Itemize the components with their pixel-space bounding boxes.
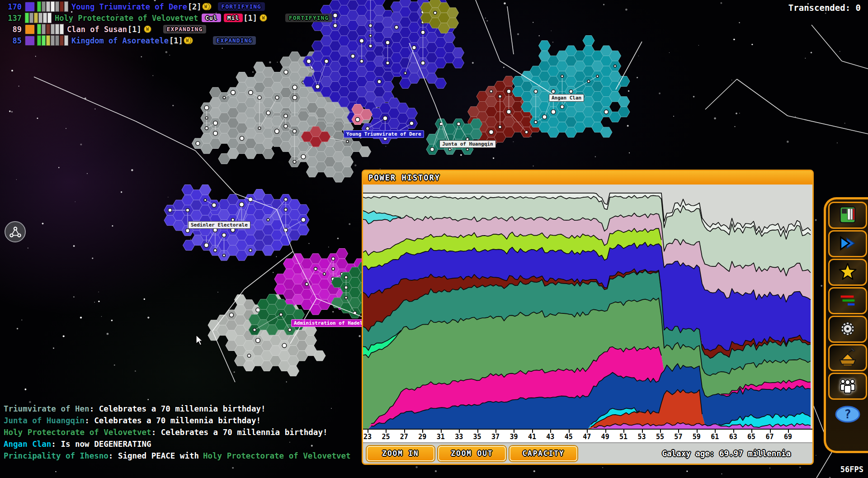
status-badge: Cul xyxy=(202,14,221,22)
axis-tick xyxy=(678,430,679,433)
news-separator: : xyxy=(51,440,61,449)
news-line: Principality of Ihesno: Signed PEACE wit… xyxy=(4,451,351,463)
panel-header: POWER HISTORY xyxy=(363,171,812,185)
sandbox-button[interactable] xyxy=(828,344,867,371)
star-button[interactable] xyxy=(828,259,867,286)
axis-tick-label: 31 xyxy=(433,433,449,441)
settings-button[interactable] xyxy=(828,316,867,343)
stats-button[interactable] xyxy=(828,287,867,314)
axis-tick-label: 43 xyxy=(542,433,558,441)
leaderboard-row[interactable]: 137Holy Protectorate of VelovetvetCulMil… xyxy=(2,12,332,24)
axis-tick xyxy=(751,430,752,433)
network-widget[interactable] xyxy=(5,221,26,242)
axis-tick-label: 59 xyxy=(689,433,705,441)
axis-tick-label: 63 xyxy=(725,433,741,441)
axis-tick xyxy=(495,430,496,433)
empire-name: Clan of Susan xyxy=(67,25,127,34)
axis-tick-label: 49 xyxy=(597,433,613,441)
chart-x-axis: 2325272931333537394143454749515355575961… xyxy=(363,429,812,442)
news-line: Angan Clan: Is now DEGENERATING xyxy=(4,440,351,451)
axis-tick xyxy=(605,430,606,433)
empire-name: Kingdom of Asoreatele xyxy=(71,36,169,45)
axis-tick-label: 47 xyxy=(579,433,595,441)
axis-tick-label: 51 xyxy=(615,433,632,441)
empire-map-label[interactable]: Angan Clan xyxy=(549,94,584,102)
population-icon xyxy=(837,375,858,398)
capacity-button[interactable]: CAPACITY xyxy=(509,446,577,461)
zoom-out-button[interactable]: ZOOM OUT xyxy=(438,446,506,461)
news-empire-name[interactable]: Angan Clan xyxy=(4,440,51,449)
axis-tick-label: 69 xyxy=(780,433,796,441)
svg-text:?: ? xyxy=(844,407,851,421)
empire-rank-bracket: [1] xyxy=(127,25,142,34)
news-separator: : xyxy=(108,451,118,460)
game-root: Young Triumvirate of DereJunta of Huangq… xyxy=(0,0,868,478)
axis-tick-label: 37 xyxy=(487,433,504,441)
axis-tick xyxy=(715,430,716,433)
transcended-counter: Transcended: 0 xyxy=(788,3,861,13)
empire-history-bars xyxy=(37,1,68,12)
empire-name: Holy Protectorate of Velovetvet xyxy=(55,14,198,23)
empire-color-swatch xyxy=(25,24,35,34)
news-text: Celebrates a 70 millennia birthday! xyxy=(161,428,328,437)
war-coin-icon: WW xyxy=(204,3,212,10)
network-icon xyxy=(8,225,23,239)
stats-bars-icon xyxy=(837,290,858,312)
power-history-chart[interactable] xyxy=(363,185,812,429)
news-line: Junta of Huangqin: Celebrates a 70 mille… xyxy=(4,416,351,428)
axis-tick xyxy=(660,430,661,433)
news-empire-name[interactable]: Holy Protectorate of Velovetvet xyxy=(203,451,351,460)
axis-tick-label: 57 xyxy=(670,433,686,441)
empire-score: 170 xyxy=(2,2,22,11)
empire-map-label[interactable]: Sedinler Electorale xyxy=(188,221,250,229)
zoom-in-button[interactable]: ZOOM IN xyxy=(367,446,434,461)
empire-rank-bracket: [1] xyxy=(169,36,183,45)
axis-tick xyxy=(532,430,533,433)
panel-title: POWER HISTORY xyxy=(363,173,440,182)
mouse-cursor xyxy=(196,335,206,346)
gear-icon xyxy=(837,318,858,341)
news-empire-name[interactable]: Junta of Huangqin xyxy=(4,416,85,425)
fast-forward-button[interactable] xyxy=(828,230,867,257)
axis-tick xyxy=(441,430,442,433)
war-coin-icon: W xyxy=(259,14,267,22)
empire-score: 89 xyxy=(2,25,22,34)
star-icon xyxy=(837,261,858,284)
news-empire-name[interactable]: Principality of Ihesno xyxy=(4,451,108,460)
news-separator: : xyxy=(85,416,94,425)
axis-tick xyxy=(550,430,551,433)
empire-leaderboard: 170Young Triumvirate of Dere[2]WWFORTIFY… xyxy=(2,1,332,46)
empire-color-swatch xyxy=(25,36,35,46)
axis-tick-label: 61 xyxy=(707,433,723,441)
status-badge: FORTIFYING xyxy=(218,2,265,11)
axis-tick-label: 27 xyxy=(396,433,412,441)
axis-tick-label: 65 xyxy=(743,433,760,441)
population-button[interactable] xyxy=(828,373,867,400)
news-empire-name[interactable]: Triumvirate of Hen xyxy=(4,404,90,413)
axis-tick xyxy=(587,430,588,433)
axis-tick xyxy=(733,430,734,433)
news-text: Celebrates a 70 millennia birthday! xyxy=(99,404,266,413)
axis-tick-label: 33 xyxy=(451,433,467,441)
save-button[interactable] xyxy=(828,202,867,229)
help-button[interactable]: ? xyxy=(828,401,867,428)
news-line: Triumvirate of Hen: Celebrates a 70 mill… xyxy=(4,404,351,416)
news-line: Holy Protectorate of Velovetvet: Celebra… xyxy=(4,428,351,440)
news-separator: : xyxy=(90,404,99,413)
axis-tick xyxy=(422,430,423,433)
save-icon xyxy=(838,205,858,226)
axis-tick xyxy=(569,430,570,433)
axis-tick-label: 35 xyxy=(469,433,486,441)
news-text: Celebrates a 70 millennia birthday! xyxy=(94,416,261,425)
empire-map-label[interactable]: Young Triumvirate of Dere xyxy=(344,130,424,138)
empire-rank-bracket: [1] xyxy=(243,14,257,23)
leaderboard-row[interactable]: 170Young Triumvirate of Dere[2]WWFORTIFY… xyxy=(2,1,332,12)
axis-tick xyxy=(514,430,514,433)
empire-map-label[interactable]: Junta of Huangqin xyxy=(439,140,496,148)
leaderboard-row[interactable]: 89Clan of Susan[1]WEXPANDING xyxy=(2,24,332,35)
news-empire-name[interactable]: Holy Protectorate of Velovetvet xyxy=(4,428,151,437)
leaderboard-row[interactable]: 85Kingdom of Asoreatele[1]WWEXPANDING xyxy=(2,35,332,46)
axis-tick xyxy=(642,430,643,433)
status-badge: FORTIFYING xyxy=(285,14,332,22)
empire-history-bars xyxy=(37,35,68,46)
